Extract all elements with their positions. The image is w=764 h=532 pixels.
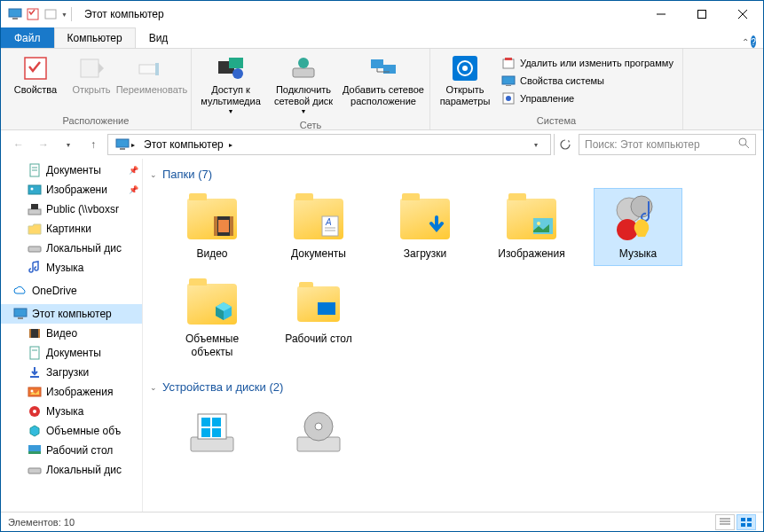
svg-rect-72 — [212, 418, 221, 426]
svg-point-27 — [506, 96, 511, 101]
tab-file[interactable]: Файл — [1, 27, 54, 48]
pin-icon: 📌 — [129, 185, 138, 194]
ribbon-group-location: Расположение — [4, 113, 187, 128]
nav-documents2[interactable]: Документы — [1, 343, 142, 363]
breadcrumb[interactable]: ▸ Этот компьютер▸ ▾ — [107, 134, 551, 155]
properties-button[interactable]: Свойства — [4, 51, 67, 99]
nav-documents[interactable]: Документы📌 — [1, 160, 142, 180]
new-folder-qat-icon[interactable] — [43, 7, 58, 21]
icons-view-button[interactable] — [736, 514, 756, 530]
navigation-pane[interactable]: Документы📌 Изображени📌 Public (\\vboxsr … — [1, 159, 143, 512]
rename-button: Переименовать — [116, 51, 187, 99]
computer-icon — [8, 7, 22, 21]
recent-locations-button[interactable]: ▾ — [58, 134, 79, 155]
up-button[interactable]: ↑ — [83, 134, 104, 155]
nav-images2[interactable]: Изображения — [1, 382, 142, 402]
drives-section-header[interactable]: ⌄ Устройства и диски (2) — [150, 375, 756, 397]
svg-rect-10 — [139, 65, 157, 74]
search-input[interactable]: Поиск: Этот компьютер — [579, 134, 756, 155]
folder-desktop[interactable]: Рабочий стол — [274, 273, 363, 364]
folders-section-header[interactable]: ⌄ Папки (7) — [150, 162, 756, 184]
nav-this-pc[interactable]: Этот компьютер — [1, 304, 142, 324]
svg-point-77 — [315, 423, 322, 430]
drive-local[interactable] — [168, 401, 256, 466]
svg-rect-53 — [28, 451, 41, 454]
svg-rect-81 — [741, 518, 745, 521]
svg-rect-3 — [45, 10, 56, 19]
refresh-button[interactable] — [554, 134, 575, 155]
svg-rect-29 — [120, 148, 125, 150]
svg-rect-56 — [214, 216, 217, 236]
ribbon-group-system: Система — [434, 113, 679, 128]
svg-rect-25 — [506, 85, 511, 86]
map-drive-button[interactable]: Подключить сетевой диск ▼ — [266, 51, 341, 118]
svg-text:A: A — [325, 217, 332, 227]
folder-videos[interactable]: Видео — [168, 188, 256, 266]
svg-rect-82 — [747, 518, 752, 521]
svg-point-64 — [537, 222, 540, 225]
minimize-button[interactable] — [641, 1, 681, 27]
forward-button: → — [33, 134, 54, 155]
svg-line-31 — [745, 145, 749, 148]
svg-rect-57 — [230, 216, 233, 236]
nav-pictures[interactable]: Картинки — [1, 219, 142, 239]
add-network-location-button[interactable]: Добавить сетевое расположение — [341, 51, 426, 111]
folder-documents[interactable]: A Документы — [274, 188, 363, 266]
close-button[interactable] — [722, 1, 763, 27]
nav-music[interactable]: Музыка — [1, 258, 142, 278]
svg-rect-71 — [201, 418, 210, 426]
nav-music2[interactable]: Музыка — [1, 402, 142, 421]
svg-rect-74 — [212, 428, 221, 437]
drive-optical[interactable] — [274, 401, 363, 466]
qat-dropdown-icon[interactable]: ▼ — [61, 12, 67, 18]
svg-rect-0 — [9, 9, 21, 17]
open-button: Открыть — [67, 51, 116, 99]
svg-rect-11 — [155, 63, 159, 75]
tab-computer[interactable]: Компьютер — [54, 27, 136, 48]
folder-images[interactable]: Изображения — [487, 188, 576, 266]
nav-videos[interactable]: Видео — [1, 324, 142, 343]
nav-downloads[interactable]: Загрузки — [1, 363, 142, 382]
nav-images[interactable]: Изображени📌 — [1, 180, 142, 200]
uninstall-programs-button[interactable]: Удалить или изменить программу — [496, 54, 679, 72]
svg-rect-15 — [293, 68, 314, 77]
svg-rect-35 — [28, 185, 41, 194]
ribbon-collapse-button[interactable]: ⌃? — [742, 35, 763, 48]
svg-rect-2 — [28, 9, 38, 20]
chevron-down-icon: ⌄ — [150, 383, 157, 392]
svg-rect-37 — [28, 209, 41, 215]
history-dropdown-button[interactable]: ▾ — [525, 134, 547, 155]
details-view-button[interactable] — [715, 514, 735, 530]
help-icon[interactable]: ? — [751, 35, 756, 48]
nav-local-disk2[interactable]: Локальный дис — [1, 460, 142, 480]
main-pane[interactable]: ⌄ Папки (7) Видео A Документы Загрузки — [143, 159, 763, 512]
properties-qat-icon[interactable] — [26, 7, 40, 21]
svg-rect-23 — [505, 58, 512, 60]
svg-point-21 — [462, 66, 468, 71]
breadcrumb-this-pc[interactable]: Этот компьютер▸ — [140, 137, 236, 153]
nav-public[interactable]: Public (\\vboxsr — [1, 200, 142, 219]
nav-desktop[interactable]: Рабочий стол — [1, 441, 142, 460]
tab-view[interactable]: Вид — [136, 27, 182, 48]
svg-point-14 — [232, 68, 243, 79]
svg-rect-44 — [38, 329, 40, 338]
svg-rect-58 — [218, 220, 229, 232]
open-settings-button[interactable]: Открыть параметры — [434, 51, 496, 111]
nav-onedrive[interactable]: OneDrive — [1, 281, 142, 301]
search-icon — [738, 137, 750, 152]
back-button: ← — [8, 134, 29, 155]
nav-local-disk[interactable]: Локальный дис — [1, 239, 142, 258]
nav-3d-objects[interactable]: Объемные объ — [1, 421, 142, 441]
svg-rect-84 — [747, 523, 752, 527]
maximize-button[interactable] — [681, 1, 722, 27]
folder-downloads[interactable]: Загрузки — [381, 188, 469, 266]
system-properties-button[interactable]: Свойства системы — [496, 72, 679, 90]
breadcrumb-root[interactable]: ▸ — [112, 136, 138, 153]
svg-rect-39 — [28, 246, 41, 252]
svg-point-51 — [33, 410, 36, 413]
folder-music[interactable]: Музыка — [594, 188, 682, 266]
manage-button[interactable]: Управление — [496, 90, 679, 107]
folder-3d-objects[interactable]: Объемные объекты — [168, 273, 256, 364]
svg-rect-43 — [29, 329, 31, 338]
media-access-button[interactable]: Доступ к мультимедиа ▼ — [195, 51, 266, 118]
